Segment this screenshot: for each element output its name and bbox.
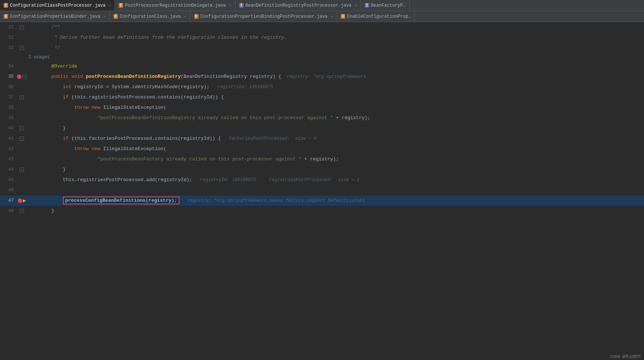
gutter-47[interactable]: 🔴 ▶ bbox=[17, 198, 27, 204]
tab-icon-c: C bbox=[4, 3, 8, 8]
code-line-44: 44 } bbox=[0, 165, 644, 175]
line-number: 31 bbox=[0, 25, 17, 30]
code-text: public void postProcessBeanDefinitionReg… bbox=[27, 72, 644, 82]
code-line-32: 32 * Derive further bean definitions fro… bbox=[0, 32, 644, 43]
gutter-48[interactable] bbox=[17, 209, 27, 213]
close-icon[interactable]: ✕ bbox=[109, 3, 111, 8]
close-icon[interactable]: ✕ bbox=[104, 14, 106, 19]
code-line-38: 38 throw new IllegalStateException( bbox=[0, 103, 644, 113]
code-editor: 31 /** 32 * Derive further bean definiti… bbox=[0, 22, 644, 359]
fold-icon[interactable] bbox=[20, 95, 24, 100]
line-number: 44 bbox=[0, 167, 17, 172]
code-line-46: 46 bbox=[0, 185, 644, 195]
code-line-47: 47 🔴 ▶ processConfigBeanDefinitions(regi… bbox=[0, 195, 644, 206]
code-text: this.registriesPostProcessed.add(registr… bbox=[27, 175, 644, 185]
code-text: if (this.factoriesPostProcessed.contains… bbox=[27, 134, 644, 144]
tab-label: BeanDefinitionRegistryPostProcessor.java bbox=[245, 3, 351, 8]
tab-bean-def-registry[interactable]: I BeanDefinitionRegistryPostProcessor.ja… bbox=[235, 0, 361, 11]
gutter-35[interactable] bbox=[17, 75, 27, 79]
gutter-33[interactable] bbox=[17, 46, 27, 50]
code-text: if (this.registriesPostProcessed.contain… bbox=[27, 92, 644, 103]
line-number: 39 bbox=[0, 115, 17, 121]
close-icon[interactable]: ✕ bbox=[355, 3, 357, 8]
code-line-36: 36 int registryId = System.identityHashC… bbox=[0, 82, 644, 92]
tab-label: ConfigurationPropertiesBinder.java bbox=[10, 14, 100, 19]
code-text: */ bbox=[27, 43, 644, 53]
gutter-31[interactable] bbox=[17, 25, 27, 30]
code-text: * Derive further bean definitions from t… bbox=[27, 32, 644, 43]
tab-bar-row2: C ConfigurationPropertiesBinder.java ✕ C… bbox=[0, 11, 644, 22]
close-icon[interactable]: ✕ bbox=[331, 14, 333, 19]
line-number: 43 bbox=[0, 157, 17, 162]
gutter-44[interactable] bbox=[17, 167, 27, 172]
tab-config-props-binder[interactable]: C ConfigurationPropertiesBinder.java ✕ bbox=[0, 11, 110, 22]
tab-label: ConfigurationClassPostProcessor.java bbox=[10, 3, 105, 8]
line-number: 32 bbox=[0, 35, 17, 40]
fold-icon[interactable] bbox=[22, 75, 27, 79]
breakpoint-icon[interactable] bbox=[17, 75, 21, 79]
code-text: } bbox=[27, 206, 644, 216]
tab-config-class[interactable]: C ConfigurationClass.java ✕ bbox=[110, 11, 190, 22]
tab-icon-c: C bbox=[113, 14, 118, 19]
tab-label: PostProcessorRegistrationDelegate.java bbox=[125, 3, 226, 8]
tab-config-class-post-processor[interactable]: C ConfigurationClassPostProcessor.java ✕ bbox=[0, 0, 115, 11]
gutter-41[interactable] bbox=[17, 136, 27, 141]
tab-config-props-binding-post-processor[interactable]: C ConfigurationPropertiesBindingPostProc… bbox=[190, 11, 337, 22]
tab-post-processor-delegate[interactable]: C PostProcessorRegistrationDelegate.java… bbox=[115, 0, 235, 11]
exec-arrow-icon: ▶ bbox=[23, 198, 26, 204]
code-line-40: 40 } bbox=[0, 123, 644, 134]
code-line-41: 41 if (this.factoriesPostProcessed.conta… bbox=[0, 134, 644, 144]
code-text: } bbox=[27, 123, 644, 134]
debug-arrow-icon: 🔴 bbox=[18, 198, 23, 203]
line-number: 36 bbox=[0, 84, 17, 90]
line-number: 46 bbox=[0, 188, 17, 193]
close-icon[interactable]: ✕ bbox=[229, 3, 231, 8]
tab-icon-c: C bbox=[194, 14, 199, 19]
fold-icon[interactable] bbox=[20, 209, 24, 213]
line-number: 47 bbox=[0, 198, 17, 203]
line-number: 34 bbox=[0, 64, 17, 69]
tab-label: ConfigurationPropertiesBindingPostProces… bbox=[200, 14, 328, 19]
usages-label[interactable]: 2 usages bbox=[27, 53, 644, 61]
code-line-37: 37 if (this.registriesPostProcessed.cont… bbox=[0, 92, 644, 103]
tab-bean-factory-p[interactable]: I BeanFactoryP… bbox=[361, 0, 410, 11]
line-number: 35 bbox=[0, 74, 17, 79]
line-number: 38 bbox=[0, 105, 17, 110]
line-number: 40 bbox=[0, 126, 17, 131]
line-number: 37 bbox=[0, 95, 17, 100]
fold-icon[interactable] bbox=[20, 167, 24, 172]
tab-enable-config-prop[interactable]: C EnableConfigurationProp… bbox=[337, 11, 415, 22]
code-line-39: 39 "postProcessBeanDefinitionRegistry al… bbox=[0, 113, 644, 123]
fold-icon[interactable] bbox=[20, 25, 24, 30]
code-line-31: 31 /** bbox=[0, 22, 644, 32]
code-line-35: 35 public void postProcessBeanDefinition… bbox=[0, 72, 644, 82]
watermark: CSDN @半山惊竹 bbox=[607, 353, 644, 360]
fold-icon[interactable] bbox=[20, 136, 24, 141]
line-number: 45 bbox=[0, 177, 17, 183]
code-text: } bbox=[27, 165, 644, 175]
tab-icon-c: C bbox=[4, 14, 8, 19]
tab-label: ConfigurationClass.java bbox=[120, 14, 181, 19]
tab-label: EnableConfigurationProp… bbox=[347, 14, 411, 19]
line-number: 48 bbox=[0, 208, 17, 214]
tab-icon-i: I bbox=[239, 3, 244, 8]
line-number: 42 bbox=[0, 146, 17, 152]
tab-label: BeanFactoryP… bbox=[371, 3, 406, 8]
tab-icon-c: C bbox=[119, 3, 123, 8]
code-line-42: 42 throw new IllegalStateException( bbox=[0, 144, 644, 154]
code-text: int registryId = System.identityHashCode… bbox=[27, 82, 644, 92]
code-text: "postProcessBeanFactory already called o… bbox=[27, 154, 644, 165]
fold-icon[interactable] bbox=[20, 126, 24, 131]
code-text: throw new IllegalStateException( bbox=[27, 144, 644, 154]
line-number: 41 bbox=[0, 136, 17, 141]
close-icon[interactable]: ✕ bbox=[184, 14, 186, 19]
fold-icon[interactable] bbox=[20, 46, 24, 50]
code-line-33: 33 */ bbox=[0, 43, 644, 53]
gutter-37[interactable] bbox=[17, 95, 27, 100]
exec-highlight-box: processConfigBeanDefinitions(registry); bbox=[63, 197, 179, 204]
code-text: throw new IllegalStateException( bbox=[27, 103, 644, 113]
code-line-48: 48 } bbox=[0, 206, 644, 216]
gutter-40[interactable] bbox=[17, 126, 27, 131]
code-line-34: 34 @Override bbox=[0, 61, 644, 72]
code-line-43: 43 "postProcessBeanFactory already calle… bbox=[0, 154, 644, 165]
